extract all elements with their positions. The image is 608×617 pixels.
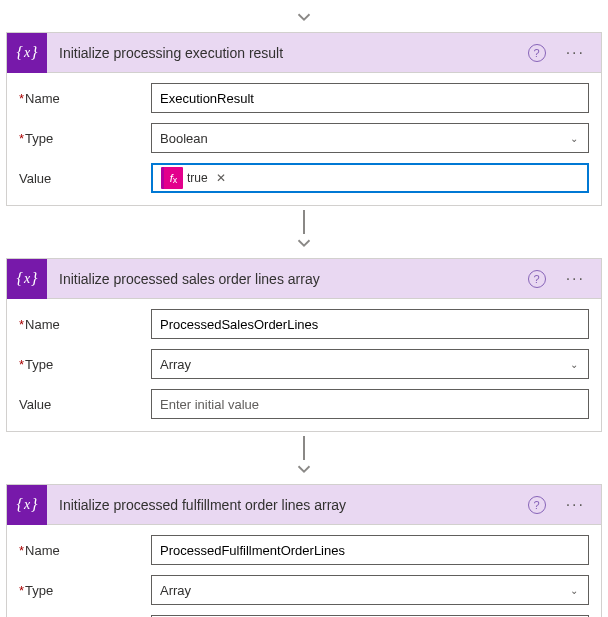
field-label-value: Value bbox=[19, 171, 151, 186]
field-label-type: *Type bbox=[19, 131, 151, 146]
connector-incoming bbox=[293, 4, 315, 32]
action-header[interactable]: x Initialize processed fulfillment order… bbox=[7, 485, 601, 525]
action-header[interactable]: x Initialize processed sales order lines… bbox=[7, 259, 601, 299]
fx-icon: x bbox=[161, 167, 183, 189]
variable-icon: x bbox=[7, 33, 47, 73]
name-input[interactable] bbox=[151, 83, 589, 113]
dropdown-value: Array bbox=[160, 357, 191, 372]
action-title: Initialize processing execution result bbox=[47, 45, 528, 61]
help-icon[interactable]: ? bbox=[528, 44, 546, 62]
expression-token[interactable]: x true ✕ bbox=[161, 167, 234, 189]
value-input[interactable] bbox=[151, 389, 589, 419]
variable-icon: x bbox=[7, 485, 47, 525]
connector-1-2[interactable] bbox=[293, 206, 315, 258]
more-menu-icon[interactable]: ··· bbox=[556, 264, 595, 294]
help-icon[interactable]: ? bbox=[528, 496, 546, 514]
action-body: *Name *Type Boolean ⌄ Value bbox=[7, 73, 601, 205]
remove-token-icon[interactable]: ✕ bbox=[212, 171, 230, 185]
name-input[interactable] bbox=[151, 535, 589, 565]
action-body: *Name *Type Array ⌄ Value bbox=[7, 525, 601, 617]
more-menu-icon[interactable]: ··· bbox=[556, 490, 595, 520]
type-dropdown[interactable]: Array ⌄ bbox=[151, 575, 589, 605]
field-label-type: *Type bbox=[19, 583, 151, 598]
dropdown-value: Array bbox=[160, 583, 191, 598]
action-card-initialize-fulfillment-order-lines[interactable]: x Initialize processed fulfillment order… bbox=[6, 484, 602, 617]
value-input[interactable]: x true ✕ bbox=[151, 163, 589, 193]
action-card-initialize-execution-result[interactable]: x Initialize processing execution result… bbox=[6, 32, 602, 206]
more-menu-icon[interactable]: ··· bbox=[556, 38, 595, 68]
action-header[interactable]: x Initialize processing execution result… bbox=[7, 33, 601, 73]
action-card-initialize-sales-order-lines[interactable]: x Initialize processed sales order lines… bbox=[6, 258, 602, 432]
variable-icon: x bbox=[7, 259, 47, 299]
chevron-down-icon: ⌄ bbox=[570, 585, 578, 596]
field-label-name: *Name bbox=[19, 543, 151, 558]
name-input[interactable] bbox=[151, 309, 589, 339]
chevron-down-icon: ⌄ bbox=[570, 359, 578, 370]
field-label-type: *Type bbox=[19, 357, 151, 372]
type-dropdown[interactable]: Boolean ⌄ bbox=[151, 123, 589, 153]
connector-2-3[interactable] bbox=[293, 432, 315, 484]
help-icon[interactable]: ? bbox=[528, 270, 546, 288]
field-label-name: *Name bbox=[19, 317, 151, 332]
chevron-down-icon: ⌄ bbox=[570, 133, 578, 144]
action-title: Initialize processed sales order lines a… bbox=[47, 271, 528, 287]
dropdown-value: Boolean bbox=[160, 131, 208, 146]
expression-text: true bbox=[187, 171, 208, 185]
action-title: Initialize processed fulfillment order l… bbox=[47, 497, 528, 513]
type-dropdown[interactable]: Array ⌄ bbox=[151, 349, 589, 379]
field-label-value: Value bbox=[19, 397, 151, 412]
action-body: *Name *Type Array ⌄ Value bbox=[7, 299, 601, 431]
field-label-name: *Name bbox=[19, 91, 151, 106]
